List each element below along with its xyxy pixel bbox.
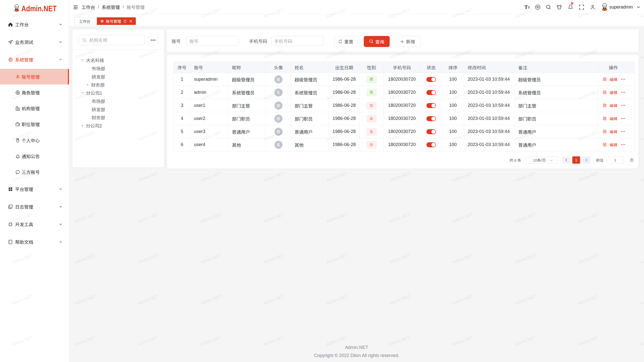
svg-text:中: 中 bbox=[536, 5, 539, 9]
